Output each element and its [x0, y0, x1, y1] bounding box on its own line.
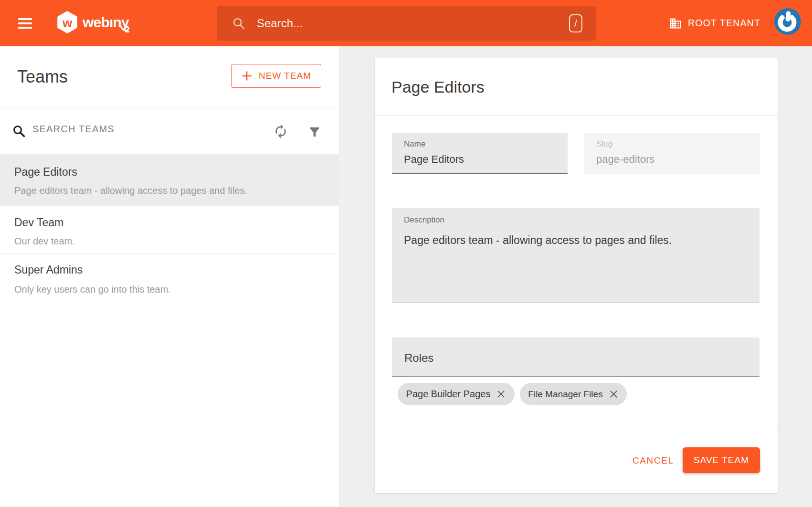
- svg-text:w: w: [62, 16, 73, 30]
